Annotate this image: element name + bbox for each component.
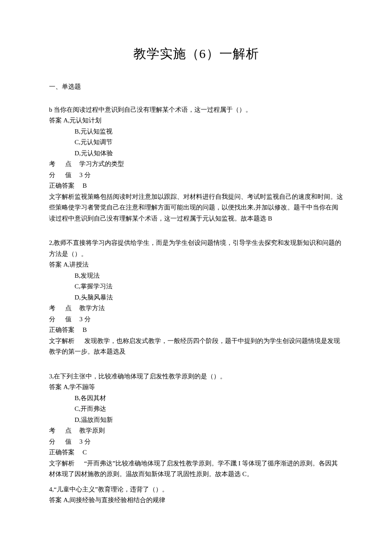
q1-kaodian: 考 点 学习方式的类型 bbox=[49, 159, 343, 170]
kaodian-label-char1: 考 bbox=[49, 427, 55, 434]
question-3: 3,在下列主张中，比较准确地体现了启发性教学原则的是（）。 答案 A,学不蹦等 … bbox=[49, 371, 343, 480]
analysis-text: 发现教学，也称启发式教学，一般经历四个阶段，题干中提到的为学生创设问题情境是发现… bbox=[49, 337, 340, 355]
answer-value: B bbox=[83, 326, 87, 333]
answer-label: 正确答案 bbox=[49, 449, 75, 456]
q3-option-b: B,各因其材 bbox=[49, 393, 343, 404]
analysis-text: “开而弗达”比较准确地体现了启发性教学原则。学不躐 I 等体现了循序渐进的原则。… bbox=[49, 460, 338, 478]
q2-stem: 2,教师不直接将学习内容提供给学生，而是为学生创设问题情境，引导学生去探究和发现… bbox=[49, 238, 343, 259]
analysis-label: 文字解析 bbox=[49, 460, 75, 467]
q1-option-d: D,元认知体验 bbox=[49, 148, 343, 159]
question-2: 2,教师不直接将学习内容提供给学生，而是为学生创设问题情境，引导学生去探究和发现… bbox=[49, 238, 343, 357]
q2-option-a: 答案 A,讲授法 bbox=[49, 259, 343, 270]
fenzhi-label-char2: 值 bbox=[65, 171, 72, 178]
kaodian-label-char1: 考 bbox=[49, 160, 55, 167]
q1-option-b: B,元认知监视 bbox=[49, 126, 343, 137]
fenzhi-value: 3 分 bbox=[79, 316, 90, 323]
kaodian-label-char2: 点 bbox=[65, 427, 72, 434]
q1-stem: b 当你在阅读过程中意识到自己没有理解某个术语，这一过程属于（）。 bbox=[49, 105, 343, 116]
q2-option-c: C,掌握学习法 bbox=[49, 281, 343, 292]
q4-option-a: 答案 A,间接经验与直接经验相结合的规律 bbox=[49, 495, 343, 506]
kaodian-value: 教学方法 bbox=[79, 305, 105, 311]
fenzhi-label-char1: 分 bbox=[49, 438, 55, 445]
q3-analysis: 文字解析 “开而弗达”比较准确地体现了启发性教学原则。学不躐 I 等体现了循序渐… bbox=[49, 458, 343, 480]
kaodian-label-char2: 点 bbox=[65, 305, 72, 311]
answer-label: 正确答案 bbox=[49, 182, 75, 189]
fenzhi-label-char2: 值 bbox=[65, 438, 72, 445]
kaodian-label-char2: 点 bbox=[65, 160, 72, 167]
fenzhi-label-char1: 分 bbox=[49, 316, 55, 323]
fenzhi-label-char1: 分 bbox=[49, 171, 55, 178]
q2-option-d: D,头脑风暴法 bbox=[49, 292, 343, 303]
q3-option-c: C,开而弗达 bbox=[49, 404, 343, 415]
kaodian-value: 学习方式的类型 bbox=[79, 160, 124, 167]
q1-fenzhi: 分 值 3 分 bbox=[49, 170, 343, 181]
section-single-choice: 一、单选题 bbox=[49, 81, 343, 93]
question-1: b 当你在阅读过程中意识到自己没有理解某个术语，这一过程属于（）。 答案 A,元… bbox=[49, 105, 343, 224]
fenzhi-value: 3 分 bbox=[79, 171, 90, 178]
q2-answer: 正确答案 B bbox=[49, 325, 343, 336]
q3-fenzhi: 分 值 3 分 bbox=[49, 436, 343, 447]
q3-option-d: D,温故而知新 bbox=[49, 415, 343, 426]
q1-option-a: 答案 A,元认知计划 bbox=[49, 115, 343, 126]
kaodian-value: 教学原则 bbox=[79, 427, 105, 434]
q2-analysis: 文字解析 发现教学，也称启发式教学，一般经历四个阶段，题干中提到的为学生创设问题… bbox=[49, 336, 343, 357]
q3-option-a: 答案 A,学不蹦等 bbox=[49, 382, 343, 393]
q2-option-b: B,发现法 bbox=[49, 270, 343, 282]
kaodian-label-char1: 考 bbox=[49, 305, 55, 311]
answer-label: 正确答案 bbox=[49, 326, 75, 333]
fenzhi-value: 3 分 bbox=[79, 438, 90, 445]
answer-value: B bbox=[83, 182, 87, 189]
q3-stem: 3,在下列主张中，比较准确地体现了启发性教学原则的是（）。 bbox=[49, 371, 343, 382]
q3-kaodian: 考 点 教学原则 bbox=[49, 425, 343, 436]
answer-value: C bbox=[83, 449, 87, 456]
q1-answer: 正确答案 B bbox=[49, 180, 343, 192]
q2-fenzhi: 分 值 3 分 bbox=[49, 314, 343, 325]
question-4: 4,“儿童中心主义”教育理论，违背了（）。 答案 A,间接经验与直接经验相结合的… bbox=[49, 484, 343, 506]
q1-option-c: C,元认知调节 bbox=[49, 137, 343, 148]
q4-stem: 4,“儿童中心主义”教育理论，违背了（）。 bbox=[49, 484, 343, 495]
q1-analysis: 文字解析监视策略包括阅读时对注意加以跟踪、对材料进行自我提问、考试时监视自己的速… bbox=[49, 192, 343, 224]
q3-answer: 正确答案 C bbox=[49, 447, 343, 458]
analysis-label: 文字解析 bbox=[49, 337, 75, 344]
q2-kaodian: 考 点 教学方法 bbox=[49, 303, 343, 314]
page-title: 教学实施（6）一解析 bbox=[49, 43, 343, 64]
fenzhi-label-char2: 值 bbox=[65, 316, 72, 323]
